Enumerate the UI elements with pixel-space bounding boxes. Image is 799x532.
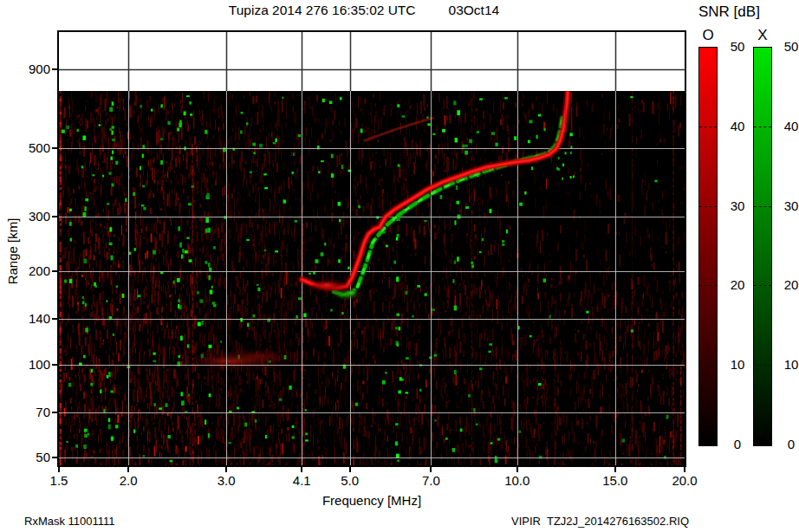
x-tick-mark [684, 467, 685, 472]
colorbar-tick-dash [699, 285, 717, 286]
o-colorbar-tick-label: 0 [723, 437, 752, 452]
y-tick-label: 300 [12, 209, 50, 224]
y-tick-label: 100 [12, 357, 50, 373]
ionogram-figure: Tupiza 2014 276 16:35:02 UTC 03Oct14 SNR… [0, 0, 799, 532]
colorbar-tick-dash [699, 127, 717, 127]
x-tick-label: 5.0 [331, 473, 369, 489]
o-colorbar-tick-label: 50 [723, 39, 752, 55]
y-tick-mark [52, 270, 57, 272]
rx-mask-text: RxMask 11001111 [24, 515, 115, 528]
x-tick-mark [430, 467, 432, 472]
y-tick-label: 70 [12, 405, 50, 420]
o-colorbar-tick-label: 30 [723, 198, 752, 214]
o-colorbar-tick-label: 20 [723, 277, 752, 293]
plot-title: Tupiza 2014 276 16:35:02 UTC [229, 3, 416, 18]
colorbar-tick-dash [754, 127, 771, 127]
y-tick-label: 200 [12, 263, 50, 279]
x-axis-label: Frequency [MHz] [59, 493, 685, 508]
x-colorbar-tick-label: 40 [776, 119, 799, 134]
y-tick-label: 50 [12, 450, 50, 465]
x-tick-label: 20.0 [666, 473, 704, 489]
x-tick-label: 4.1 [283, 473, 321, 489]
instrument-file-text: VIPIR TZJ2J_2014276163502.RIQ [511, 515, 689, 528]
colorbar-tick-dash [754, 365, 771, 366]
y-tick-label: 500 [12, 140, 50, 156]
x-tick-label: 7.0 [412, 473, 450, 489]
x-colorbar-tick-label: 20 [776, 277, 799, 293]
x-tick-label: 3.0 [207, 473, 245, 489]
y-tick-label: 900 [12, 62, 50, 77]
y-tick-mark [52, 364, 57, 366]
x-tick-mark [301, 467, 302, 472]
colorbar-tick-dash [754, 285, 771, 286]
o-mode-colorbar [698, 47, 718, 446]
y-tick-mark [52, 412, 57, 413]
x-tick-label: 1.5 [40, 473, 78, 489]
title-row: Tupiza 2014 276 16:35:02 UTC 03Oct14 [51, 3, 677, 18]
x-colorbar-tick-label: 10 [776, 357, 799, 373]
x-colorbar-tick-label: 50 [776, 39, 799, 55]
plot-frame [57, 30, 686, 467]
x-colorbar-tick-label: 30 [776, 198, 799, 214]
x-tick-mark [614, 467, 616, 472]
o-mode-colorbar-label: O [691, 27, 725, 44]
x-tick-mark [58, 467, 60, 472]
x-mode-colorbar [753, 47, 772, 446]
x-colorbar-tick-label: 0 [776, 437, 799, 452]
ionogram-canvas [59, 32, 685, 465]
x-tick-label: 10.0 [498, 473, 536, 489]
y-tick-label: 140 [12, 311, 50, 327]
x-tick-label: 2.0 [109, 473, 147, 489]
snr-colorbar-title: SNR [dB] [698, 3, 760, 21]
y-tick-mark [52, 457, 57, 458]
x-tick-mark [516, 467, 518, 472]
x-tick-mark [127, 467, 129, 472]
o-colorbar-tick-label: 10 [723, 357, 752, 373]
x-tick-mark [225, 467, 227, 472]
y-tick-mark [52, 318, 57, 320]
x-tick-mark [349, 467, 351, 472]
colorbar-tick-dash [699, 206, 717, 207]
plot-date: 03Oct14 [449, 3, 500, 18]
x-tick-label: 15.0 [596, 473, 634, 489]
y-tick-mark [52, 216, 57, 217]
y-tick-mark [52, 147, 57, 149]
colorbar-tick-dash [699, 365, 717, 366]
o-colorbar-tick-label: 40 [723, 119, 752, 134]
colorbar-tick-dash [754, 206, 771, 207]
y-tick-mark [52, 68, 57, 70]
